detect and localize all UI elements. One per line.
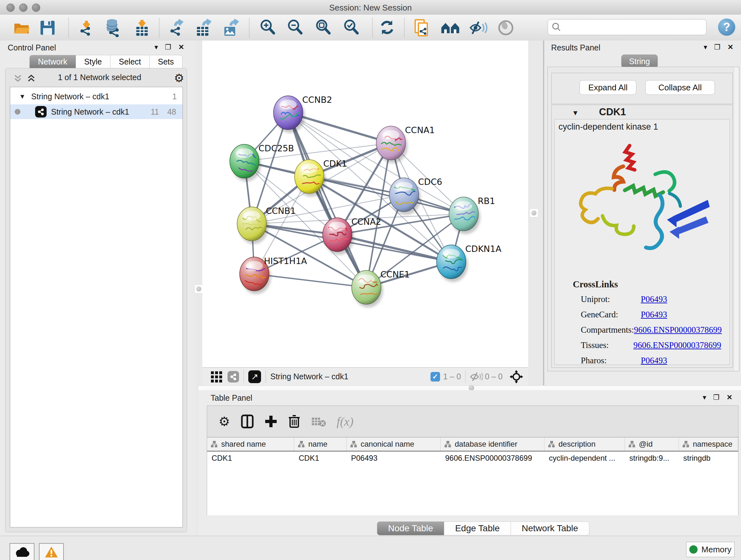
export-image-button[interactable] — [221, 18, 241, 37]
tab-edge-table[interactable]: Edge Table — [444, 521, 511, 536]
tab-string[interactable]: String — [621, 55, 658, 68]
memory-button[interactable]: Memory — [686, 542, 735, 557]
export-table-button[interactable] — [194, 18, 214, 37]
column-type-icon — [350, 440, 357, 448]
panel-menu-icon[interactable]: ▾ — [154, 44, 158, 51]
column-header-at-id[interactable]: @id — [625, 437, 679, 451]
tab-style[interactable]: Style — [76, 55, 111, 68]
toolbar-separator — [404, 18, 405, 38]
table-cell[interactable]: stringdb:9... — [625, 451, 679, 465]
show-columns-icon[interactable] — [241, 415, 254, 428]
import-network-from-file-button[interactable] — [77, 18, 96, 37]
crosslink-link[interactable]: 9606.ENSP00000378699 — [633, 340, 721, 350]
results-scrollbar[interactable] — [734, 67, 738, 371]
crosslink-link[interactable]: 9606.ENSP00000378699 — [634, 325, 722, 335]
zoom-fit-button[interactable] — [313, 18, 333, 37]
grid-view-icon[interactable] — [210, 371, 222, 383]
network-node-cdkn1a[interactable] — [436, 245, 468, 282]
section-collapse-icon[interactable]: ▼ — [572, 109, 579, 117]
delete-column-trash-icon[interactable] — [288, 415, 300, 428]
clone-network-button[interactable] — [412, 18, 431, 37]
network-node-ccnb1[interactable] — [237, 207, 268, 244]
float-panel-icon[interactable]: ❐ — [714, 44, 721, 51]
column-header-shared-name[interactable]: shared name — [207, 437, 294, 451]
network-edge[interactable] — [337, 235, 451, 262]
tab-select[interactable]: Select — [111, 55, 149, 68]
expand-all-chevrons-icon[interactable] — [26, 74, 38, 84]
results-panel: Results Panel ▾ ❐ ✕ String Expand All Co… — [543, 41, 741, 385]
table-cell[interactable]: CDK1 — [294, 451, 347, 465]
panel-menu-icon[interactable]: ▾ — [703, 394, 706, 401]
column-header-description[interactable]: description — [544, 437, 625, 451]
open-session-button[interactable] — [12, 18, 32, 37]
tab-network[interactable]: Network — [29, 55, 76, 68]
search-input[interactable] — [548, 19, 706, 35]
table-settings-gear-icon[interactable]: ⚙ — [219, 414, 230, 429]
network-node-cdk1[interactable] — [294, 160, 327, 197]
save-session-button[interactable] — [38, 18, 57, 37]
column-header-database-identifier[interactable]: database identifier — [441, 437, 544, 451]
network-canvas[interactable]: CCNB2CCNA1CDC25BCDK1CDC6RB1CCNB1CCNA2CDK… — [202, 41, 528, 367]
table-cell[interactable]: cyclin-dependent ... — [544, 451, 625, 465]
node-table[interactable]: shared namenamecanonical namedatabase id… — [207, 437, 738, 515]
network-node-ccne1[interactable] — [352, 270, 383, 307]
network-options-gear-icon[interactable]: ⚙ — [174, 71, 184, 85]
show-all-button[interactable] — [496, 18, 516, 37]
warnings-button[interactable] — [39, 543, 64, 560]
column-header-name[interactable]: name — [294, 437, 347, 451]
network-node-ccna2[interactable] — [323, 218, 354, 255]
network-edge[interactable] — [254, 274, 366, 287]
crosslinks-list: Uniprot:P06493GeneCard:P06493Compartment… — [581, 294, 721, 371]
close-panel-icon[interactable]: ✕ — [727, 394, 732, 401]
collapse-all-chevrons-icon[interactable] — [13, 74, 24, 84]
table-cell[interactable]: P06493 — [347, 451, 441, 465]
tab-sets[interactable]: Sets — [150, 55, 183, 68]
close-panel-icon[interactable]: ✕ — [179, 44, 184, 51]
cloud-button[interactable] — [10, 543, 35, 560]
column-header-canonical-name[interactable]: canonical name — [347, 437, 441, 451]
expand-all-button[interactable]: Expand All — [580, 80, 636, 95]
table-row[interactable]: CDK1CDK1P064939606.ENSP00000378699cyclin… — [207, 451, 738, 465]
float-panel-icon[interactable]: ❐ — [165, 44, 172, 51]
zoom-out-button[interactable] — [285, 18, 305, 37]
right-splitter-handle[interactable] — [529, 208, 538, 217]
left-splitter-handle[interactable] — [194, 285, 203, 294]
first-neighbors-button[interactable] — [441, 18, 460, 37]
crosslink-link[interactable]: P06493 — [641, 310, 667, 320]
network-collection-row[interactable]: ▼ String Network – cdk1 1 — [10, 90, 183, 103]
import-table-from-file-button[interactable] — [132, 18, 152, 37]
collapse-all-button[interactable]: Collapse All — [645, 80, 715, 95]
table-cell[interactable]: stringdb — [679, 451, 738, 465]
close-panel-icon[interactable]: ✕ — [728, 44, 733, 51]
column-header-namespace[interactable]: namespace — [679, 437, 738, 451]
crosslink-link[interactable]: P06493 — [641, 356, 667, 366]
table-cell[interactable]: 9606.ENSP00000378699 — [441, 451, 544, 465]
network-node-cdc25b[interactable] — [230, 144, 261, 181]
tree-expand-icon[interactable]: ▼ — [19, 93, 25, 100]
hide-selected-button[interactable] — [468, 18, 488, 37]
export-network-button[interactable] — [166, 18, 186, 37]
network-node-rb1[interactable] — [449, 197, 480, 234]
selected-checkbox-icon[interactable]: ✓ — [430, 372, 440, 381]
network-node-ccna1[interactable] — [376, 126, 408, 163]
crosslink-link[interactable]: P06493 — [641, 294, 667, 304]
horizontal-splitter[interactable] — [199, 385, 741, 390]
zoom-in-button[interactable] — [258, 18, 278, 37]
right-splitter[interactable] — [528, 41, 543, 385]
birds-eye-view-icon[interactable]: ↗ — [248, 370, 261, 383]
zoom-selected-button[interactable] — [341, 18, 361, 37]
table-cell[interactable]: CDK1 — [207, 451, 294, 465]
refresh-button[interactable] — [377, 18, 397, 37]
tab-node-table[interactable]: Node Table — [377, 521, 444, 536]
network-node-ccnb2[interactable] — [273, 96, 305, 133]
network-view-icon[interactable] — [227, 371, 239, 382]
panel-menu-icon[interactable]: ▾ — [704, 44, 707, 51]
network-row-selected[interactable]: String Network – cdk1 11 48 — [10, 105, 183, 119]
help-button[interactable]: ? — [718, 18, 735, 36]
import-network-from-database-button[interactable] — [104, 18, 123, 37]
float-panel-icon[interactable]: ❐ — [713, 394, 720, 401]
fit-selected-crosshair-icon[interactable] — [510, 370, 523, 383]
current-network-dot-icon — [15, 109, 20, 115]
tab-network-table[interactable]: Network Table — [511, 521, 590, 536]
add-column-plus-icon[interactable] — [265, 415, 277, 428]
